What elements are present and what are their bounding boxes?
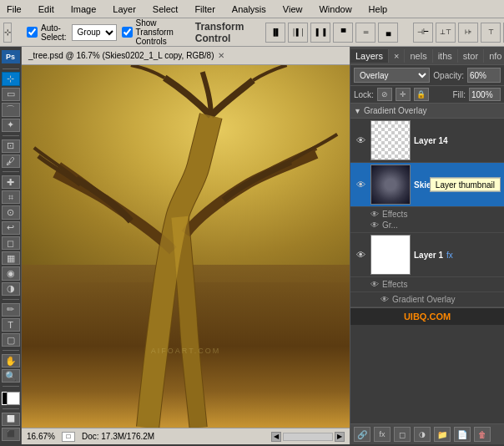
opacity-input[interactable] — [467, 68, 501, 83]
background-color[interactable] — [7, 392, 20, 405]
tab-info[interactable]: nfo — [484, 49, 504, 63]
selection-tool[interactable]: ▭ — [2, 88, 20, 101]
auto-select-checkbox[interactable] — [27, 27, 38, 38]
link-layers-btn[interactable]: 🔗 — [354, 427, 370, 442]
layer-item-skies[interactable]: 👁 Skies0202... fx Layer thumbnail — [350, 163, 504, 207]
stamp-tool[interactable]: ⊙ — [2, 205, 20, 219]
distribute-buttons: ⊣⊢ ⊥⊤ ⊦⊧ ⊤ ⊨ ⊩ — [413, 23, 504, 43]
menu-analysis[interactable]: Analysis — [229, 3, 270, 16]
align-center-btn[interactable]: │▌│ — [288, 23, 308, 43]
menu-view[interactable]: View — [280, 3, 306, 16]
layer-1-visibility[interactable]: 👁 — [354, 250, 367, 260]
new-layer-btn[interactable]: 📄 — [454, 427, 471, 442]
menu-window[interactable]: Window — [315, 3, 355, 16]
options-toolbar: ⊹ Auto-Select: Group Show Transform Cont… — [0, 18, 504, 47]
zoom-indicator[interactable]: □ — [62, 432, 75, 442]
canvas-tab: _tree.psd @ 16.7% (Skies0202_1_L copy, R… — [22, 47, 350, 65]
tab-layers[interactable]: Layers — [350, 49, 389, 63]
canvas-content[interactable]: AIFOART.COM — [22, 65, 350, 428]
menu-edit[interactable]: Edit — [35, 3, 58, 16]
dist-left-btn[interactable]: ⊣⊢ — [413, 23, 433, 43]
move-tool[interactable]: ⊹ — [2, 72, 20, 85]
brush-tool[interactable]: ⌗ — [2, 190, 20, 204]
lock-pixels-btn[interactable]: ⊘ — [377, 88, 392, 101]
skies-visibility[interactable]: 👁 — [354, 180, 367, 190]
align-right-btn[interactable]: ▌▐ — [310, 23, 330, 43]
menu-filter[interactable]: Filter — [191, 3, 218, 16]
eraser-tool[interactable]: ◻ — [2, 236, 20, 250]
scroll-right-btn[interactable]: ▶ — [335, 432, 345, 442]
dist-right-btn[interactable]: ⊦⊧ — [458, 23, 478, 43]
align-top-btn[interactable]: ▀ — [333, 23, 353, 43]
menu-select[interactable]: Select — [149, 3, 182, 16]
skies-thumb — [370, 165, 411, 205]
layer-1-gradient-overlay[interactable]: 👁 Gradient Overlay — [381, 294, 501, 305]
scroll-track[interactable] — [283, 433, 333, 441]
crop-tool[interactable]: ⊡ — [2, 139, 20, 153]
layer-1-name: Layer 1 — [414, 251, 443, 260]
layer-14-visibility[interactable]: 👁 — [354, 135, 367, 145]
show-transform-label: Show Transform Controls — [122, 18, 174, 46]
add-mask-btn[interactable]: ◻ — [394, 427, 411, 442]
quick-mask-btn[interactable]: ⬜ — [2, 413, 20, 426]
shape-tool[interactable]: ▢ — [2, 333, 20, 347]
adjustment-btn[interactable]: ◑ — [414, 427, 431, 442]
layer-item-14[interactable]: 👁 Layer 14 — [350, 119, 504, 163]
screen-mode-btn[interactable]: ⬛ — [2, 428, 20, 441]
eyedropper-tool[interactable]: 🖋 — [2, 155, 20, 168]
skies-effect-gradient[interactable]: 👁 Gr... — [370, 220, 501, 231]
tab-history[interactable]: stor — [458, 49, 484, 63]
new-group-btn[interactable]: 📁 — [434, 427, 451, 442]
menu-file[interactable]: File — [3, 3, 25, 16]
tab-channels[interactable]: nels — [405, 49, 432, 63]
gradient-tool[interactable]: ▦ — [2, 251, 20, 265]
delete-layer-btn[interactable]: 🗑 — [474, 427, 491, 442]
menu-image[interactable]: Image — [68, 3, 100, 16]
fill-input[interactable] — [469, 88, 501, 101]
group-arrow-icon: ▼ — [354, 107, 361, 115]
move-tool-icon[interactable]: ⊹ — [3, 23, 12, 43]
gradient-overlay-group[interactable]: ▼ Gradient Overlay — [350, 104, 504, 119]
lock-label: Lock: — [354, 90, 374, 99]
blend-mode-select[interactable]: Overlay — [354, 68, 430, 83]
canvas-footer: 16.67% □ Doc: 17.3M/176.2M ◀ ▶ — [22, 428, 350, 444]
dist-top-btn[interactable]: ⊤ — [481, 23, 501, 43]
gradient-label: Gr... — [382, 220, 398, 230]
menu-layer[interactable]: Layer — [109, 3, 139, 16]
eye-icon-gradient: 👁 — [381, 295, 389, 304]
path-tool[interactable]: ✏ — [2, 303, 20, 317]
layer-item-1[interactable]: 👁 Layer 1 fx — [350, 233, 504, 277]
layer-1-effect-effects[interactable]: 👁 Effects — [370, 279, 501, 290]
hand-tool[interactable]: ✋ — [2, 354, 20, 367]
lock-move-btn[interactable]: ✛ — [396, 88, 411, 101]
canvas-tab-close[interactable]: ✕ — [218, 51, 224, 60]
menu-bar: File Edit Image Layer Select Filter Anal… — [0, 0, 504, 18]
zoom-tool[interactable]: 🔍 — [2, 369, 20, 383]
show-transform-checkbox[interactable] — [122, 27, 133, 38]
menu-help[interactable]: Help — [365, 3, 391, 16]
history-brush[interactable]: ↩ — [2, 221, 20, 235]
align-left-btn[interactable]: ▐▌ — [265, 23, 285, 43]
effects-label-2: Effects — [382, 280, 407, 289]
scroll-left-btn[interactable]: ◀ — [271, 432, 281, 442]
magic-wand-tool[interactable]: ✦ — [2, 119, 20, 132]
color-swatches[interactable] — [2, 392, 20, 405]
lasso-tool[interactable]: ⌒ — [2, 103, 20, 117]
auto-select-dropdown[interactable]: Group — [72, 24, 117, 41]
scroll-controls: ◀ ▶ — [271, 432, 345, 442]
align-bottom-btn[interactable]: ▄ — [378, 23, 398, 43]
fx-btn[interactable]: fx — [374, 427, 391, 442]
tools-sep-1 — [3, 68, 19, 69]
dodge-tool[interactable]: ◑ — [2, 282, 20, 296]
layer-1-info: Layer 1 fx — [414, 251, 501, 260]
type-tool[interactable]: T — [2, 318, 20, 332]
heal-tool[interactable]: ✚ — [2, 175, 20, 189]
tab-paths[interactable]: iths — [433, 49, 458, 63]
dist-center-btn[interactable]: ⊥⊤ — [436, 23, 456, 43]
tab-close-layers[interactable]: × — [389, 49, 405, 63]
layer-thumbnail-tooltip: Layer thumbnail — [430, 178, 501, 192]
lock-all-btn[interactable]: 🔒 — [414, 88, 429, 101]
blur-tool[interactable]: ◉ — [2, 266, 20, 280]
align-middle-btn[interactable]: ═ — [355, 23, 375, 43]
skies-effect-effects[interactable]: 👁 Effects — [370, 209, 501, 220]
